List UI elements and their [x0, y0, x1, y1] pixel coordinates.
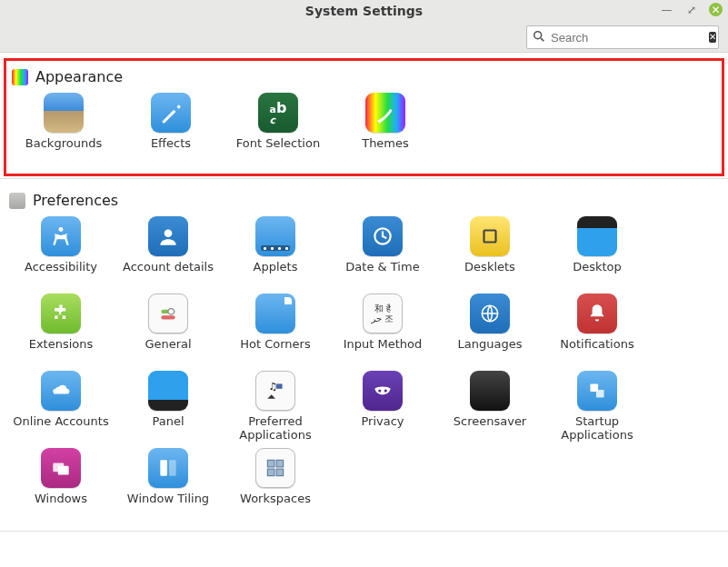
startup-applications-icon [577, 371, 617, 411]
svg-rect-22 [267, 469, 274, 476]
account-details-item[interactable]: Account details [115, 216, 222, 293]
maximize-button[interactable]: ⤢ [684, 3, 698, 16]
item-label: Backgrounds [25, 137, 102, 151]
item-label: Screensaver [454, 415, 526, 429]
svg-rect-23 [276, 469, 284, 476]
input-method-item[interactable]: 和 हैحر 조 Input Method [329, 293, 436, 371]
item-label: Startup Applications [547, 415, 647, 443]
appearance-highlight: Appearance Backgrounds Effects abc Font … [4, 58, 724, 176]
svg-point-2 [59, 227, 64, 232]
workspaces-icon [255, 448, 295, 488]
panel-icon [148, 371, 188, 411]
item-label: Font Selection [236, 137, 320, 151]
item-label: General [145, 338, 191, 352]
item-label: Languages [458, 338, 523, 352]
date-time-icon [363, 216, 403, 256]
windows-item[interactable]: Windows [7, 448, 115, 525]
date-time-item[interactable]: Date & Time [329, 216, 436, 293]
backgrounds-item[interactable]: Backgrounds [10, 93, 117, 170]
backgrounds-icon [44, 93, 84, 133]
item-label: Account details [123, 261, 214, 274]
item-label: Applets [254, 261, 298, 274]
privacy-icon [363, 371, 403, 411]
online-accounts-item[interactable]: Online Accounts [7, 371, 115, 448]
workspaces-item[interactable]: Workspaces [222, 448, 329, 525]
svg-point-12 [378, 389, 381, 392]
svg-rect-15 [596, 390, 604, 398]
privacy-item[interactable]: Privacy [329, 371, 436, 448]
item-label: Input Method [344, 338, 423, 352]
svg-rect-19 [169, 460, 176, 475]
languages-icon [470, 293, 510, 333]
item-label: Workspaces [240, 492, 311, 506]
extensions-item[interactable]: Extensions [7, 293, 115, 371]
desklets-item[interactable]: Desklets [436, 216, 544, 293]
item-label: Online Accounts [13, 415, 108, 429]
panel-item[interactable]: Panel [115, 371, 222, 448]
item-label: Desktop [573, 261, 622, 274]
themes-item[interactable]: Themes [332, 93, 439, 170]
item-label: Panel [152, 415, 184, 429]
effects-icon [151, 93, 191, 133]
desklets-icon [470, 216, 510, 256]
svg-rect-18 [160, 460, 167, 475]
section-title: Appearance [35, 68, 123, 85]
clear-search-icon[interactable]: ✕ [709, 32, 716, 43]
search-icon [533, 30, 545, 45]
online-accounts-icon [41, 371, 81, 411]
item-label: Preferred Applications [225, 415, 325, 443]
preferred-applications-item[interactable]: ♫ Preferred Applications [222, 371, 329, 448]
desktop-icon [577, 216, 617, 256]
item-label: Privacy [361, 415, 404, 429]
effects-item[interactable]: Effects [117, 93, 224, 170]
startup-applications-item[interactable]: Startup Applications [544, 371, 651, 448]
svg-point-7 [168, 309, 175, 315]
minimize-button[interactable]: — [660, 3, 673, 16]
close-button[interactable]: ✕ [709, 3, 723, 16]
extensions-icon [41, 293, 81, 333]
desktop-item[interactable]: Desktop [544, 216, 651, 293]
appearance-section-icon [12, 69, 28, 85]
window-tiling-item[interactable]: Window Tiling [115, 448, 222, 525]
item-label: Windows [35, 492, 87, 506]
svg-rect-20 [267, 460, 274, 467]
svg-line-1 [541, 38, 544, 41]
item-label: Desklets [464, 261, 515, 274]
preferences-section-icon [9, 193, 25, 209]
notifications-icon [577, 293, 617, 333]
svg-point-3 [165, 229, 173, 237]
notifications-item[interactable]: Notifications [544, 293, 651, 371]
hot-corners-icon [255, 293, 295, 333]
svg-rect-21 [276, 460, 284, 467]
item-label: Hot Corners [240, 338, 310, 352]
screensaver-icon [470, 371, 510, 411]
item-label: Date & Time [345, 261, 419, 274]
svg-rect-5 [484, 231, 496, 243]
account-details-icon [148, 216, 188, 256]
themes-icon [365, 93, 405, 133]
item-label: Extensions [29, 338, 94, 352]
section-title: Preferences [33, 192, 118, 209]
svg-rect-17 [58, 466, 69, 475]
item-label: Notifications [560, 338, 633, 352]
screensaver-item[interactable]: Screensaver [436, 371, 544, 448]
item-label: Effects [151, 137, 191, 151]
general-item[interactable]: General [115, 293, 222, 371]
svg-rect-11 [276, 383, 283, 388]
general-icon [148, 293, 188, 333]
applets-item[interactable]: Applets [222, 216, 329, 293]
search-input[interactable] [545, 31, 709, 45]
window-title: System Settings [0, 4, 728, 18]
font-selection-icon: abc [258, 93, 298, 133]
svg-text:♫: ♫ [268, 381, 277, 393]
window-tiling-icon [148, 448, 188, 488]
input-method-icon: 和 हैحر 조 [363, 293, 403, 333]
search-box[interactable]: ✕ [526, 25, 719, 49]
languages-item[interactable]: Languages [436, 293, 544, 371]
windows-icon [41, 448, 81, 488]
hot-corners-item[interactable]: Hot Corners [222, 293, 329, 371]
svg-point-13 [384, 389, 387, 392]
font-selection-item[interactable]: abc Font Selection [224, 93, 332, 170]
accessibility-icon [41, 216, 81, 256]
accessibility-item[interactable]: Accessibility [7, 216, 115, 293]
